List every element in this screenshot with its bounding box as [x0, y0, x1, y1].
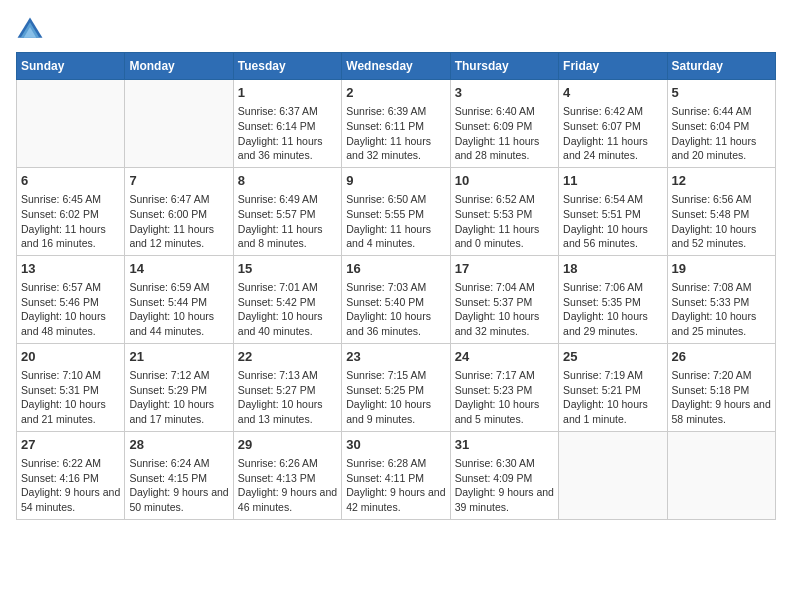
day-number: 20 [21, 348, 120, 366]
day-info: Sunrise: 6:45 AM Sunset: 6:02 PM Dayligh… [21, 192, 120, 251]
day-info: Sunrise: 7:03 AM Sunset: 5:40 PM Dayligh… [346, 280, 445, 339]
calendar-cell: 12Sunrise: 6:56 AM Sunset: 5:48 PM Dayli… [667, 167, 775, 255]
day-info: Sunrise: 6:44 AM Sunset: 6:04 PM Dayligh… [672, 104, 771, 163]
day-info: Sunrise: 7:10 AM Sunset: 5:31 PM Dayligh… [21, 368, 120, 427]
day-number: 11 [563, 172, 662, 190]
day-info: Sunrise: 6:39 AM Sunset: 6:11 PM Dayligh… [346, 104, 445, 163]
day-info: Sunrise: 6:26 AM Sunset: 4:13 PM Dayligh… [238, 456, 337, 515]
calendar-cell: 23Sunrise: 7:15 AM Sunset: 5:25 PM Dayli… [342, 343, 450, 431]
day-info: Sunrise: 7:19 AM Sunset: 5:21 PM Dayligh… [563, 368, 662, 427]
day-number: 27 [21, 436, 120, 454]
day-info: Sunrise: 7:17 AM Sunset: 5:23 PM Dayligh… [455, 368, 554, 427]
day-number: 6 [21, 172, 120, 190]
calendar-week-row: 20Sunrise: 7:10 AM Sunset: 5:31 PM Dayli… [17, 343, 776, 431]
day-number: 29 [238, 436, 337, 454]
day-number: 16 [346, 260, 445, 278]
day-number: 21 [129, 348, 228, 366]
day-info: Sunrise: 6:49 AM Sunset: 5:57 PM Dayligh… [238, 192, 337, 251]
calendar-cell: 18Sunrise: 7:06 AM Sunset: 5:35 PM Dayli… [559, 255, 667, 343]
day-info: Sunrise: 6:47 AM Sunset: 6:00 PM Dayligh… [129, 192, 228, 251]
weekday-header-row: SundayMondayTuesdayWednesdayThursdayFrid… [17, 53, 776, 80]
day-number: 28 [129, 436, 228, 454]
calendar-cell: 7Sunrise: 6:47 AM Sunset: 6:00 PM Daylig… [125, 167, 233, 255]
weekday-header-thursday: Thursday [450, 53, 558, 80]
logo [16, 16, 48, 44]
calendar-table: SundayMondayTuesdayWednesdayThursdayFrid… [16, 52, 776, 520]
calendar-cell: 30Sunrise: 6:28 AM Sunset: 4:11 PM Dayli… [342, 431, 450, 519]
weekday-header-sunday: Sunday [17, 53, 125, 80]
day-info: Sunrise: 7:12 AM Sunset: 5:29 PM Dayligh… [129, 368, 228, 427]
day-number: 24 [455, 348, 554, 366]
day-number: 15 [238, 260, 337, 278]
day-info: Sunrise: 6:54 AM Sunset: 5:51 PM Dayligh… [563, 192, 662, 251]
day-number: 23 [346, 348, 445, 366]
day-number: 1 [238, 84, 337, 102]
day-info: Sunrise: 6:52 AM Sunset: 5:53 PM Dayligh… [455, 192, 554, 251]
day-info: Sunrise: 7:01 AM Sunset: 5:42 PM Dayligh… [238, 280, 337, 339]
day-number: 3 [455, 84, 554, 102]
day-number: 14 [129, 260, 228, 278]
calendar-week-row: 6Sunrise: 6:45 AM Sunset: 6:02 PM Daylig… [17, 167, 776, 255]
calendar-cell [667, 431, 775, 519]
calendar-cell: 16Sunrise: 7:03 AM Sunset: 5:40 PM Dayli… [342, 255, 450, 343]
day-number: 18 [563, 260, 662, 278]
calendar-cell: 11Sunrise: 6:54 AM Sunset: 5:51 PM Dayli… [559, 167, 667, 255]
day-number: 10 [455, 172, 554, 190]
day-number: 31 [455, 436, 554, 454]
day-number: 30 [346, 436, 445, 454]
calendar-cell: 8Sunrise: 6:49 AM Sunset: 5:57 PM Daylig… [233, 167, 341, 255]
day-info: Sunrise: 6:28 AM Sunset: 4:11 PM Dayligh… [346, 456, 445, 515]
calendar-cell: 6Sunrise: 6:45 AM Sunset: 6:02 PM Daylig… [17, 167, 125, 255]
day-number: 12 [672, 172, 771, 190]
calendar-cell: 9Sunrise: 6:50 AM Sunset: 5:55 PM Daylig… [342, 167, 450, 255]
calendar-cell: 21Sunrise: 7:12 AM Sunset: 5:29 PM Dayli… [125, 343, 233, 431]
day-info: Sunrise: 7:04 AM Sunset: 5:37 PM Dayligh… [455, 280, 554, 339]
calendar-cell: 2Sunrise: 6:39 AM Sunset: 6:11 PM Daylig… [342, 80, 450, 168]
day-info: Sunrise: 7:20 AM Sunset: 5:18 PM Dayligh… [672, 368, 771, 427]
calendar-cell: 4Sunrise: 6:42 AM Sunset: 6:07 PM Daylig… [559, 80, 667, 168]
day-number: 9 [346, 172, 445, 190]
calendar-cell: 5Sunrise: 6:44 AM Sunset: 6:04 PM Daylig… [667, 80, 775, 168]
day-info: Sunrise: 6:56 AM Sunset: 5:48 PM Dayligh… [672, 192, 771, 251]
calendar-cell: 26Sunrise: 7:20 AM Sunset: 5:18 PM Dayli… [667, 343, 775, 431]
calendar-cell [559, 431, 667, 519]
weekday-header-saturday: Saturday [667, 53, 775, 80]
day-info: Sunrise: 6:42 AM Sunset: 6:07 PM Dayligh… [563, 104, 662, 163]
calendar-cell: 20Sunrise: 7:10 AM Sunset: 5:31 PM Dayli… [17, 343, 125, 431]
calendar-cell: 15Sunrise: 7:01 AM Sunset: 5:42 PM Dayli… [233, 255, 341, 343]
day-number: 7 [129, 172, 228, 190]
day-info: Sunrise: 6:50 AM Sunset: 5:55 PM Dayligh… [346, 192, 445, 251]
calendar-week-row: 13Sunrise: 6:57 AM Sunset: 5:46 PM Dayli… [17, 255, 776, 343]
day-info: Sunrise: 6:22 AM Sunset: 4:16 PM Dayligh… [21, 456, 120, 515]
calendar-cell: 29Sunrise: 6:26 AM Sunset: 4:13 PM Dayli… [233, 431, 341, 519]
weekday-header-tuesday: Tuesday [233, 53, 341, 80]
weekday-header-wednesday: Wednesday [342, 53, 450, 80]
calendar-cell: 14Sunrise: 6:59 AM Sunset: 5:44 PM Dayli… [125, 255, 233, 343]
calendar-cell [125, 80, 233, 168]
page-header [16, 16, 776, 44]
day-info: Sunrise: 6:30 AM Sunset: 4:09 PM Dayligh… [455, 456, 554, 515]
calendar-cell: 17Sunrise: 7:04 AM Sunset: 5:37 PM Dayli… [450, 255, 558, 343]
day-number: 22 [238, 348, 337, 366]
calendar-cell: 24Sunrise: 7:17 AM Sunset: 5:23 PM Dayli… [450, 343, 558, 431]
calendar-cell: 25Sunrise: 7:19 AM Sunset: 5:21 PM Dayli… [559, 343, 667, 431]
day-number: 4 [563, 84, 662, 102]
calendar-cell: 1Sunrise: 6:37 AM Sunset: 6:14 PM Daylig… [233, 80, 341, 168]
day-info: Sunrise: 7:13 AM Sunset: 5:27 PM Dayligh… [238, 368, 337, 427]
day-info: Sunrise: 7:06 AM Sunset: 5:35 PM Dayligh… [563, 280, 662, 339]
day-number: 19 [672, 260, 771, 278]
day-number: 26 [672, 348, 771, 366]
calendar-cell: 22Sunrise: 7:13 AM Sunset: 5:27 PM Dayli… [233, 343, 341, 431]
day-number: 2 [346, 84, 445, 102]
day-number: 5 [672, 84, 771, 102]
day-number: 17 [455, 260, 554, 278]
weekday-header-friday: Friday [559, 53, 667, 80]
calendar-week-row: 1Sunrise: 6:37 AM Sunset: 6:14 PM Daylig… [17, 80, 776, 168]
calendar-cell: 10Sunrise: 6:52 AM Sunset: 5:53 PM Dayli… [450, 167, 558, 255]
day-number: 13 [21, 260, 120, 278]
day-info: Sunrise: 6:57 AM Sunset: 5:46 PM Dayligh… [21, 280, 120, 339]
calendar-week-row: 27Sunrise: 6:22 AM Sunset: 4:16 PM Dayli… [17, 431, 776, 519]
logo-icon [16, 16, 44, 44]
calendar-cell: 28Sunrise: 6:24 AM Sunset: 4:15 PM Dayli… [125, 431, 233, 519]
calendar-cell: 13Sunrise: 6:57 AM Sunset: 5:46 PM Dayli… [17, 255, 125, 343]
